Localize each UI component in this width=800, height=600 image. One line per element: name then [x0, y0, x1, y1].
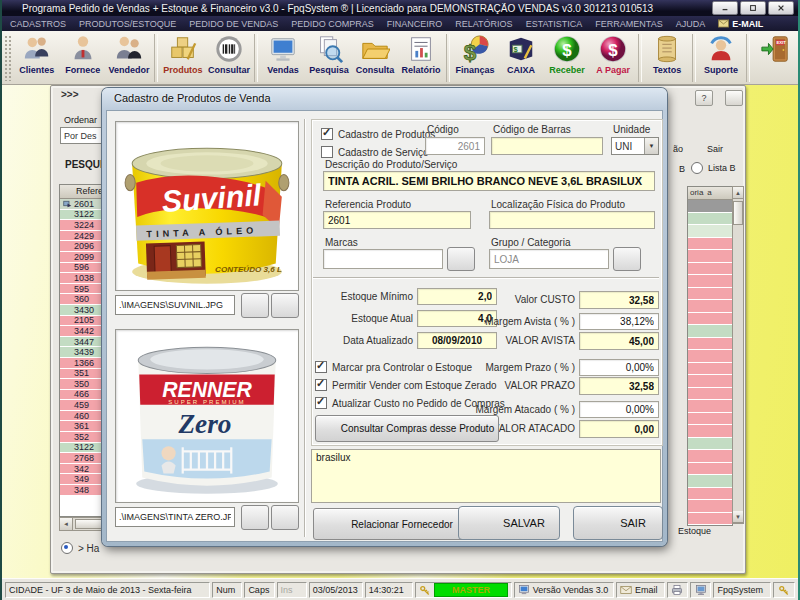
list-item[interactable] [688, 225, 732, 238]
toolbar-button-relat-rio[interactable]: Relatório [398, 33, 444, 75]
image2-load-button[interactable] [271, 505, 299, 530]
list-item[interactable] [688, 400, 732, 413]
list-item[interactable] [688, 275, 732, 288]
valor-prazo-field[interactable] [579, 377, 659, 395]
marcas-search-button[interactable] [447, 247, 475, 271]
menu-item-financeiro[interactable]: FINANCEIRO [387, 19, 443, 29]
scrollbar-thumb[interactable] [733, 201, 743, 225]
scroll-down-icon[interactable]: ▼ [733, 511, 743, 523]
toolbar-button-item[interactable]: EXIT [752, 33, 798, 65]
toolbar-button-pesquisa[interactable]: Pesquisa [306, 33, 352, 75]
maximize-button[interactable] [740, 1, 766, 15]
menu-item-pedido-de-vendas[interactable]: PEDIDO DE VENDAS [189, 19, 278, 29]
list-item[interactable] [688, 250, 732, 263]
toolbar-button-suporte[interactable]: Suporte [698, 33, 744, 75]
image2-search-button[interactable] [241, 505, 269, 530]
toolbar-button-consulta[interactable]: Consulta [352, 33, 398, 75]
checkbox-icon[interactable] [321, 128, 333, 140]
chevron-down-icon[interactable]: ▼ [644, 138, 658, 154]
grupo-search-button[interactable] [613, 247, 641, 271]
menu-item-ferramentas[interactable]: FERRAMENTAS [595, 19, 662, 29]
list-item[interactable] [688, 288, 732, 301]
list-item[interactable] [688, 388, 732, 401]
toolbar-button-textos[interactable]: Textos [644, 33, 690, 75]
list-item[interactable] [688, 450, 732, 463]
bg-close-button[interactable] [725, 90, 743, 106]
image2-path-input[interactable] [115, 507, 235, 527]
vender-zerado-checkbox[interactable]: Permitir Vender com Estoque Zerado [315, 379, 497, 391]
toolbar-button-vendas[interactable]: Vendas [260, 33, 306, 75]
list-item[interactable] [688, 475, 732, 488]
list-item[interactable] [688, 325, 732, 338]
valor-custo-field[interactable] [579, 291, 659, 309]
valor-avista-field[interactable] [579, 332, 659, 350]
margem-prazo-field[interactable] [579, 359, 659, 376]
bottom-radio[interactable]: > Ha [61, 542, 108, 554]
referencia-field[interactable] [323, 211, 471, 229]
menu-item-relat-rios[interactable]: RELATÓRIOS [455, 19, 512, 29]
marcas-field[interactable] [323, 249, 443, 269]
atualizar-custo-checkbox[interactable]: Atualizar Custo no Pedido de Compras [315, 397, 505, 409]
menu-item-cadastros[interactable]: CADASTROS [10, 19, 66, 29]
toolbar-button-a-pagar[interactable]: $A Pagar [590, 33, 636, 75]
scroll-up-icon[interactable]: ▲ [733, 187, 743, 199]
list-item[interactable] [688, 263, 732, 276]
scroll-left-icon[interactable]: ◄ [60, 518, 73, 530]
list-item[interactable] [688, 363, 732, 376]
status-segment-email[interactable]: Email [616, 582, 664, 598]
list-item[interactable] [688, 200, 732, 213]
help-button[interactable]: ? [695, 90, 713, 106]
sair-icon-button[interactable] [703, 110, 731, 138]
cadastro-produtos-checkbox[interactable]: Cadastro de Produtos [321, 128, 435, 140]
list-item[interactable] [688, 300, 732, 313]
checkbox-icon[interactable] [315, 379, 327, 391]
margem-atacado-field[interactable] [579, 401, 659, 418]
toolbar-button-receber[interactable]: $Receber [544, 33, 590, 75]
menu-item-ajuda[interactable]: AJUDA [676, 19, 706, 29]
list-item[interactable] [688, 338, 732, 351]
list-item[interactable] [688, 513, 732, 526]
descricao-field[interactable] [323, 171, 655, 191]
radio-icon[interactable] [691, 162, 703, 174]
lista-b-radio[interactable]: Lista B [691, 162, 736, 174]
controlar-estoque-checkbox[interactable]: Marcar pra Controlar o Estoque [315, 361, 472, 373]
checkbox-icon[interactable] [321, 146, 333, 158]
list-item[interactable] [688, 375, 732, 388]
image1-search-button[interactable] [241, 293, 269, 318]
list-item[interactable] [688, 350, 732, 363]
list-item[interactable] [688, 413, 732, 426]
radio-icon[interactable] [61, 542, 73, 554]
valor-atacado-field[interactable] [579, 420, 659, 438]
list-item[interactable] [688, 238, 732, 251]
title-bar[interactable]: Programa Pedido de Vendas + Estoque & Fi… [2, 0, 798, 16]
toolbar-button-caixa[interactable]: $CAIXA [498, 33, 544, 75]
image1-path-input[interactable] [115, 295, 235, 315]
toolbar-button-clientes[interactable]: Clientes [14, 33, 60, 75]
notes-textarea[interactable]: brasilux [311, 449, 661, 503]
right-list-strip[interactable]: oria a [687, 186, 733, 526]
relacionar-fornecedor-button[interactable]: Relacionar Fornecedor [313, 508, 467, 540]
list-item[interactable] [688, 213, 732, 226]
toolbar-button-consultar[interactable]: Consultar [206, 33, 252, 75]
list-item[interactable] [688, 313, 732, 326]
toolbar-grip[interactable] [4, 35, 13, 81]
list-item[interactable] [688, 438, 732, 451]
toolbar-button-vendedor[interactable]: Vendedor [106, 33, 152, 75]
localizacao-field[interactable] [489, 211, 655, 229]
unidade-combobox[interactable]: UNI ▼ [611, 137, 659, 155]
checkbox-icon[interactable] [315, 361, 327, 373]
toolbar-button-finan-as[interactable]: $Finanças [452, 33, 498, 75]
grupo-field[interactable] [489, 249, 609, 269]
checkbox-icon[interactable] [315, 397, 327, 409]
toolbar-button-produtos[interactable]: Produtos [160, 33, 206, 75]
minimize-button[interactable] [712, 1, 738, 15]
vertical-scrollbar[interactable]: ▲ ▼ [732, 186, 744, 524]
salvar-button[interactable]: SALVAR [458, 506, 560, 540]
menu-item-e-mail[interactable]: E-MAIL [718, 19, 763, 29]
menu-item-estatistica[interactable]: ESTATISTICA [526, 19, 583, 29]
margem-avista-field[interactable] [579, 313, 659, 330]
list-item[interactable] [688, 463, 732, 476]
dialog-sair-button[interactable]: SAIR [573, 506, 663, 540]
list-item[interactable] [688, 425, 732, 438]
codigo-field[interactable] [425, 137, 485, 155]
